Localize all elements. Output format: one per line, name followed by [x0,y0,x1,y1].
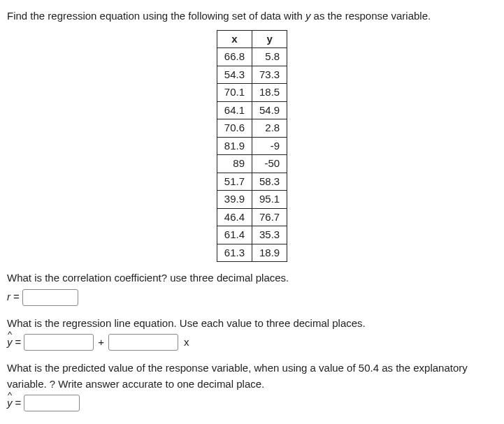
table-row: 70.118.5 [217,84,287,102]
cell-x: 70.1 [217,84,252,102]
cell-y: 76.7 [252,208,287,226]
table-row: 61.318.9 [217,244,287,262]
table-row: 51.758.3 [217,173,287,191]
cell-y: 58.3 [252,173,287,191]
cell-y: 18.5 [252,84,287,102]
table-row: 81.9-9 [217,137,287,155]
cell-x: 61.4 [217,226,252,244]
cell-y: 54.9 [252,101,287,119]
problem-intro: Find the regression equation using the f… [7,8,497,24]
table-row: 70.62.8 [217,119,287,138]
input-r[interactable] [22,289,78,306]
plus-sign: + [98,335,104,351]
table-row: 46.476.7 [217,208,287,226]
answer-row-predicted: y = [7,395,497,411]
intro-text: Find the regression equation using the f… [7,10,305,22]
col-header-y: y [252,30,287,48]
table-row: 54.373.3 [217,66,287,84]
cell-x: 70.6 [217,119,252,138]
data-table: x y 66.85.854.373.370.118.564.154.970.62… [217,30,287,263]
cell-x: 66.8 [217,48,252,66]
cell-y: -50 [252,155,287,173]
input-intercept[interactable] [24,334,94,351]
cell-x: 39.9 [217,191,252,209]
cell-y: 5.8 [252,48,287,66]
input-slope[interactable] [108,334,178,351]
input-predicted[interactable] [24,395,80,411]
eq-sign: = [15,335,22,351]
cell-y: 2.8 [252,119,287,138]
label-x: x [184,335,189,351]
cell-y: 35.3 [252,226,287,244]
cell-y: -9 [252,137,287,155]
table-row: 64.154.9 [217,101,287,119]
table-row: 39.995.1 [217,191,287,209]
cell-y: 73.3 [252,66,287,84]
cell-x: 89 [217,155,252,173]
question-correlation: What is the correlation coefficient? use… [7,270,497,286]
table-row: 61.435.3 [217,226,287,244]
cell-x: 54.3 [217,66,252,84]
table-row: 89-50 [217,155,287,173]
table-row: 66.85.8 [217,48,287,66]
eq-sign: = [15,395,22,411]
label-r: r [7,289,10,305]
cell-x: 46.4 [217,208,252,226]
col-header-x: x [217,30,252,48]
intro-text-end: as the response variable. [310,10,431,22]
label-yhat: y [7,395,13,411]
cell-y: 95.1 [252,191,287,209]
answer-row-r: r = [7,289,497,306]
cell-y: 18.9 [252,244,287,262]
cell-x: 61.3 [217,244,252,262]
cell-x: 51.7 [217,173,252,191]
label-yhat: y [7,335,13,351]
cell-x: 64.1 [217,101,252,119]
question-regression-line: What is the regression line equation. Us… [7,316,497,332]
eq-sign: = [13,289,20,305]
question-predicted: What is the predicted value of the respo… [7,360,497,392]
cell-x: 81.9 [217,137,252,155]
answer-row-regression: y = + x [7,334,497,351]
